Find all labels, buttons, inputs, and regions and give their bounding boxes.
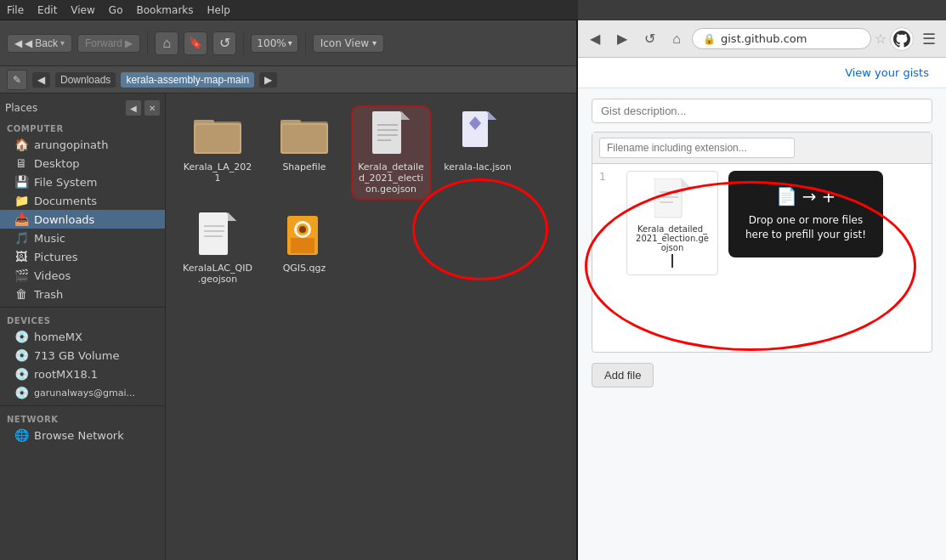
sidebar-collapse-icon: ◀ <box>130 104 137 113</box>
sidebar-item-rootmx[interactable]: 💿 rootMX18.1 <box>0 365 165 383</box>
menu-help[interactable]: Help <box>207 4 230 16</box>
bookmark-button[interactable]: 🔖 <box>184 31 207 55</box>
breadcrumb-forward-button[interactable]: ▶ <box>259 72 277 88</box>
sidebar-item-desktop[interactable]: 🖥 Desktop <box>0 154 165 173</box>
hamburger-icon: ☰ <box>922 30 936 48</box>
sidebar-divider-2 <box>0 405 165 406</box>
file-item-shapefile[interactable]: Shapefile <box>266 107 343 198</box>
sidebar-item-downloads[interactable]: 📥 Downloads <box>0 210 165 229</box>
add-file-button[interactable]: Add file <box>592 363 654 387</box>
file-item-kerala-lac-json[interactable]: kerala-lac.json <box>439 107 516 198</box>
browser-menu-button[interactable]: ☰ <box>917 27 941 51</box>
sidebar-collapse-button[interactable]: ◀ <box>126 100 141 116</box>
gist-filename-input[interactable] <box>599 138 795 158</box>
sidebar-item-label: arungopinath <box>34 139 108 151</box>
sidebar-item-arungopinath[interactable]: 🏠 arungopinath <box>0 135 165 154</box>
breadcrumb-downloads-label: Downloads <box>60 74 110 86</box>
file-item-kerala-detailed[interactable]: Kerala_detailed_2021_election.geojson <box>353 107 429 198</box>
line-number: 1 <box>599 171 616 183</box>
sidebar-item-label: homeMX <box>34 331 82 343</box>
gist-filename-bar <box>592 133 932 164</box>
sidebar-item-filesystem[interactable]: 💾 File System <box>0 173 165 191</box>
music-sidebar-icon: 🎵 <box>14 231 29 245</box>
file-item-kerala-la-2021[interactable]: Kerala_LA_2021 <box>179 107 256 198</box>
svg-marker-10 <box>401 111 410 120</box>
sidebar-close-icon: ✕ <box>149 104 156 113</box>
file-item-qgis-qgz[interactable]: QGIS.qgz <box>266 208 343 288</box>
sidebar-close-button[interactable]: ✕ <box>144 100 160 116</box>
star-icon: ☆ <box>875 31 887 46</box>
drop-zone-icons: 📄 → + <box>776 186 836 206</box>
sidebar-item-label: Videos <box>34 269 71 282</box>
pictures-sidebar-icon: 🖼 <box>14 250 29 263</box>
browser-back-button[interactable]: ◀ <box>583 27 607 51</box>
toolbar-separator-3 <box>305 31 306 55</box>
reload-button[interactable]: ↺ <box>212 31 236 55</box>
address-bar[interactable]: 🔒 gist.github.com <box>692 28 871 49</box>
sidebar-item-label: Browse Network <box>34 429 124 442</box>
sidebar-item-trash[interactable]: 🗑 Trash <box>0 285 165 303</box>
sidebar-item-label: garunalways@gmai... <box>34 387 135 399</box>
sidebar-divider-1 <box>0 307 165 308</box>
breadcrumb-current-folder[interactable]: kerala-assembly-map-main <box>121 72 254 88</box>
sidebar-item-homemx[interactable]: 💿 homeMX <box>0 327 165 346</box>
sidebar-item-documents[interactable]: 📁 Documents <box>0 191 165 210</box>
svg-rect-8 <box>372 111 401 154</box>
file-grid-container: Kerala_LA_2021 Shap <box>166 93 576 560</box>
edit-icon: ✎ <box>13 74 21 86</box>
fs-sidebar-icon: 💾 <box>14 175 29 189</box>
sidebar-item-713gb[interactable]: 💿 713 GB Volume <box>0 346 165 365</box>
sidebar-item-music[interactable]: 🎵 Music <box>0 229 165 247</box>
gist-file-editor: 1 Kerala_detailed_2021_e <box>592 132 932 353</box>
sidebar-item-garun[interactable]: 💿 garunalways@gmai... <box>0 383 165 402</box>
file-icon-kerala-lac <box>454 110 501 158</box>
sidebar: Places ◀ ✕ Computer 🏠 <box>0 93 166 560</box>
back-dropdown-icon: ▾ <box>60 38 65 48</box>
browser-forward-icon: ▶ <box>617 31 627 47</box>
device-icon-2: 💿 <box>14 348 29 362</box>
file-item-kerala-lac-qid[interactable]: KeralaLAC_QID.geojson <box>179 208 256 288</box>
add-file-container: Add file <box>578 363 946 401</box>
forward-button[interactable]: Forward ▶ <box>77 34 140 53</box>
sidebar-header: Places ◀ ✕ <box>0 97 165 119</box>
file-icon-kerala-detailed <box>367 110 415 158</box>
edit-path-button[interactable]: ✎ <box>7 70 27 90</box>
editor-content-area: 1 Kerala_detailed_2021_e <box>592 164 932 282</box>
file-name-kerala-la-2021: Kerala_LA_2021 <box>183 161 252 184</box>
sidebar-item-label: Trash <box>34 288 63 301</box>
gist-description-input[interactable] <box>592 99 932 123</box>
view-select[interactable]: Icon View ▾ <box>313 34 384 53</box>
back-button[interactable]: ◀ ◀ Back ▾ <box>7 34 72 53</box>
breadcrumb-forward-icon: ▶ <box>264 74 272 86</box>
drop-zone[interactable]: 📄 → + Drop one or more fileshere to pref… <box>728 171 883 257</box>
forward-label: Forward ▶ <box>85 37 133 49</box>
browser-reload-icon: ↺ <box>644 31 655 47</box>
menu-view[interactable]: View <box>71 4 94 16</box>
browser-reload-button[interactable]: ↺ <box>637 27 661 51</box>
bookmark-icon: 🔖 <box>189 37 202 49</box>
toolbar-separator-2 <box>243 31 244 55</box>
sidebar-item-pictures[interactable]: 🖼 Pictures <box>0 247 165 266</box>
sidebar-places-label: Places <box>5 102 37 114</box>
sidebar-item-browse-network[interactable]: 🌐 Browse Network <box>0 426 165 444</box>
menu-edit[interactable]: Edit <box>37 4 57 16</box>
breadcrumb-downloads[interactable]: Downloads <box>55 72 116 88</box>
menu-file[interactable]: File <box>7 4 24 16</box>
menu-bookmarks[interactable]: Bookmarks <box>136 4 193 16</box>
device-icon-4: 💿 <box>14 386 29 399</box>
file-preview-card[interactable]: Kerala_detailed_2021_election.geojson <box>626 171 718 275</box>
breadcrumb-current-label: kerala-assembly-map-main <box>126 74 249 86</box>
file-manager-pane: ◀ ◀ Back ▾ Forward ▶ ⌂ 🔖 ↺ <box>0 20 578 560</box>
view-your-gists-link[interactable]: View your gists <box>845 66 929 79</box>
sidebar-header-buttons: ◀ ✕ <box>126 100 160 116</box>
home-sidebar-icon: 🏠 <box>14 138 29 151</box>
breadcrumb-back-button[interactable]: ◀ <box>32 72 50 88</box>
bookmark-star-button[interactable]: ☆ <box>875 31 887 47</box>
browser-forward-button[interactable]: ▶ <box>610 27 634 51</box>
cursor <box>671 254 673 268</box>
browser-home-button[interactable]: ⌂ <box>665 27 688 51</box>
sidebar-devices-section: Devices <box>0 311 165 327</box>
sidebar-item-videos[interactable]: 🎬 Videos <box>0 266 165 285</box>
home-button[interactable]: ⌂ <box>155 31 178 55</box>
menu-go[interactable]: Go <box>109 4 123 16</box>
